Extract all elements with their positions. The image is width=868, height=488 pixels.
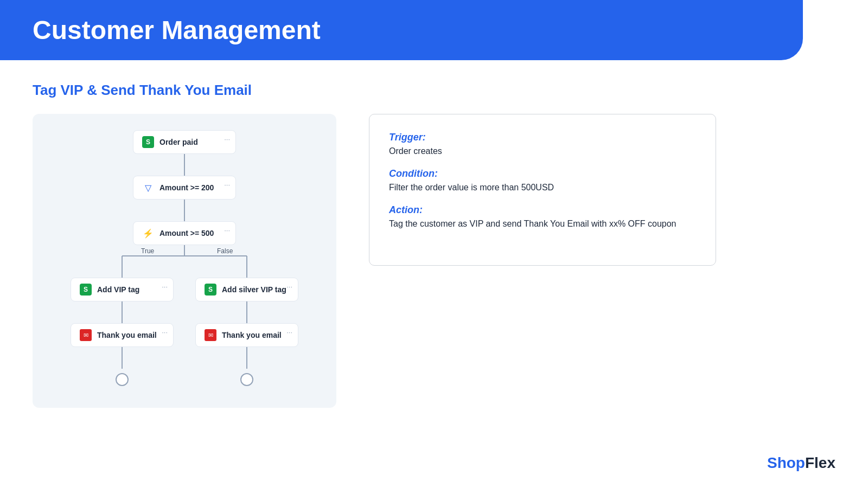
branch-svg: True False xyxy=(71,245,298,278)
email-left-label: Thank you email xyxy=(97,331,157,339)
end-circle-left xyxy=(116,373,129,386)
trigger-value: Order creates xyxy=(389,146,696,156)
connector-right-end xyxy=(246,347,247,369)
action-right-label: Add silver VIP tag xyxy=(222,285,286,294)
action-left-label: Add VIP tag xyxy=(97,285,139,294)
condition-value: Filter the order value is more than 500U… xyxy=(389,183,696,192)
workflow-inner: S Order paid ··· ▽ Amount >= 200 ··· ⚡ xyxy=(49,130,320,386)
filter-icon: ▽ xyxy=(142,182,154,194)
email-icon-left: ✉ xyxy=(80,329,92,341)
connector-left-end xyxy=(122,347,123,369)
action-value: Tag the customer as VIP and send Thank Y… xyxy=(389,219,696,229)
svg-text:True: True xyxy=(141,247,155,255)
page-title: Customer Management xyxy=(33,16,321,44)
shopify-icon-right: S xyxy=(205,284,216,296)
connector-left xyxy=(122,301,123,323)
left-branch: S Add VIP tag ··· ✉ Thank you email ··· xyxy=(71,278,174,386)
email-right-menu[interactable]: ··· xyxy=(286,328,292,336)
action-left-menu[interactable]: ··· xyxy=(162,282,168,291)
action-right-node[interactable]: S Add silver VIP tag ··· xyxy=(195,278,298,301)
workflow-diagram: S Order paid ··· ▽ Amount >= 200 ··· ⚡ xyxy=(33,114,336,408)
condition-label: Condition: xyxy=(389,168,696,179)
shopify-icon-left: S xyxy=(80,284,92,296)
branch-row: S Add VIP tag ··· ✉ Thank you email ··· xyxy=(71,278,298,386)
split-icon: ⚡ xyxy=(142,227,154,239)
trigger-node-menu[interactable]: ··· xyxy=(224,135,230,143)
shopflex-shop: Shop xyxy=(767,454,805,471)
connector-2 xyxy=(184,200,185,221)
trigger-node[interactable]: S Order paid ··· xyxy=(133,130,236,154)
condition2-node[interactable]: ⚡ Amount >= 500 ··· xyxy=(133,221,236,245)
action-left-node[interactable]: S Add VIP tag ··· xyxy=(71,278,174,301)
email-icon-right: ✉ xyxy=(205,329,216,341)
connector-1 xyxy=(184,154,185,176)
info-panel: Trigger: Order creates Condition: Filter… xyxy=(369,114,716,266)
connector-right xyxy=(246,301,247,323)
email-left-node[interactable]: ✉ Thank you email ··· xyxy=(71,323,174,347)
header: Customer Management xyxy=(0,0,803,60)
condition2-menu[interactable]: ··· xyxy=(224,226,230,234)
main-content: Tag VIP & Send Thank You Email S Order p… xyxy=(0,60,868,429)
condition1-menu[interactable]: ··· xyxy=(224,181,230,189)
content-row: S Order paid ··· ▽ Amount >= 200 ··· ⚡ xyxy=(33,114,835,408)
svg-text:False: False xyxy=(217,247,233,255)
condition2-label: Amount >= 500 xyxy=(159,229,214,237)
shopflex-logo: ShopFlex xyxy=(767,454,835,472)
trigger-node-label: Order paid xyxy=(159,138,198,146)
action-right-menu[interactable]: ··· xyxy=(286,282,292,291)
end-circle-right xyxy=(240,373,253,386)
condition1-node[interactable]: ▽ Amount >= 200 ··· xyxy=(133,176,236,200)
email-right-label: Thank you email xyxy=(222,331,282,339)
action-label: Action: xyxy=(389,204,696,216)
email-right-node[interactable]: ✉ Thank you email ··· xyxy=(195,323,298,347)
trigger-label: Trigger: xyxy=(389,132,696,143)
section-title: Tag VIP & Send Thank You Email xyxy=(33,82,835,99)
shopflex-flex: Flex xyxy=(805,454,835,471)
right-branch: S Add silver VIP tag ··· ✉ Thank you ema… xyxy=(195,278,298,386)
shopify-icon: S xyxy=(142,136,154,148)
condition1-label: Amount >= 200 xyxy=(159,183,214,192)
email-left-menu[interactable]: ··· xyxy=(162,328,168,336)
